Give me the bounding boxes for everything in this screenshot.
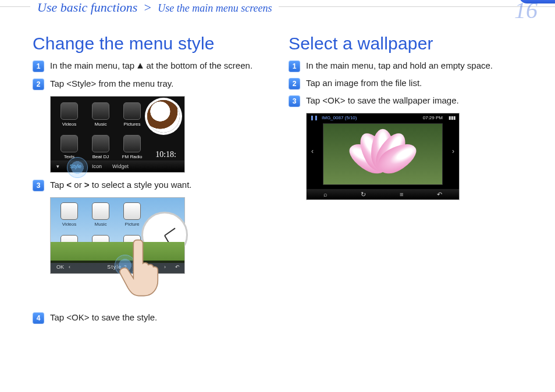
tap-highlight-icon <box>115 255 136 276</box>
app-beatdj: Beat DJ <box>89 135 112 159</box>
app-label: Music <box>95 222 107 227</box>
breadcrumb-sep: > <box>143 0 152 15</box>
step-badge: 2 <box>33 79 44 90</box>
step-badge: 1 <box>33 60 44 72</box>
section-title: Select a wallpaper <box>289 34 521 54</box>
app-label: Videos <box>62 122 76 127</box>
less-than-icon: < <box>66 180 72 190</box>
step-1: 1 In the main menu, tap at the bottom of… <box>33 59 265 73</box>
section-change-menu-style: Change the menu style 1 In the main menu… <box>33 31 265 329</box>
step-4: 4 Tap <OK> to save the style. <box>33 311 265 324</box>
triangle-up-icon <box>137 60 144 73</box>
search-icon: ⌕ <box>323 191 328 198</box>
step-text: In the main menu, tap and hold an empty … <box>306 59 493 72</box>
app-label: Beat DJ <box>92 154 109 159</box>
step-2: 2 Tap an image from the file list. <box>289 77 521 90</box>
breadcrumb-sub: Use the main menu screens <box>158 2 272 14</box>
back-icon: ↶ <box>437 191 442 198</box>
pause-icon: ❚❚ <box>310 115 318 120</box>
caret-down-icon: ▾ <box>56 163 59 169</box>
breadcrumb-main: Use basic functions <box>37 0 137 15</box>
battery-icon: ▮▮▮ <box>449 115 456 120</box>
step-2: 2 Tap <Style> from the menu tray. <box>33 77 265 90</box>
app-videos: Videos <box>58 102 81 127</box>
step-text: Tap < or > to select a style you want. <box>50 179 192 191</box>
app-label: Picture <box>125 222 140 227</box>
coffee-cup-graphic <box>147 100 180 133</box>
app-label: FM Radio <box>122 154 143 159</box>
step-1: 1 In the main menu, tap and hold an empt… <box>289 59 521 72</box>
step-badge: 3 <box>33 180 44 191</box>
svg-marker-0 <box>137 63 143 69</box>
file-label: IMG_0087 (5/10) <box>322 115 357 120</box>
step-text: Tap <OK> to save the style. <box>50 311 157 324</box>
tray-icon: Icon <box>92 163 102 169</box>
tap-highlight-icon <box>67 157 88 178</box>
figure-menu-tray: Videos Music Pictures Texts Beat DJ FM R… <box>50 96 185 173</box>
step-3: 3 Tap < or > to select a style you want. <box>33 179 265 191</box>
breadcrumb-bar: Use basic functions > Use the main menu … <box>0 0 555 23</box>
next-icon: › <box>164 264 166 270</box>
greater-than-icon: > <box>84 180 90 190</box>
step-3: 3 Tap <OK> to save the wallpaper image. <box>289 94 521 107</box>
breadcrumb: Use basic functions > Use the main menu … <box>30 0 279 15</box>
text: at the bottom of the screen. <box>146 60 252 70</box>
text: In the main menu, tap <box>50 60 137 70</box>
step-badge: 3 <box>289 95 300 107</box>
next-image-icon: › <box>452 147 454 155</box>
app-texts: Texts <box>58 135 81 159</box>
app-videos: Videos <box>58 202 81 227</box>
lotus-graphic <box>348 134 418 174</box>
app-picture: Picture <box>120 202 144 227</box>
text: Tap <box>50 180 66 190</box>
app-fmradio: FM Radio <box>120 135 144 159</box>
status-clock: 07:29 PM <box>423 115 443 120</box>
clock-text: 10:18: <box>155 150 176 159</box>
menu-icon: ≡ <box>400 191 403 198</box>
app-label: Videos <box>62 222 76 227</box>
prev-image-icon: ‹ <box>311 147 314 155</box>
viewer-toolbar: ⌕ ↻ ≡ ↶ <box>307 189 459 199</box>
wallpaper-image <box>323 123 443 185</box>
app-label: Music <box>95 122 107 127</box>
step-text: Tap <OK> to save the wallpaper image. <box>306 94 459 107</box>
step-text: Tap <Style> from the menu tray. <box>50 77 173 90</box>
step-badge: 1 <box>289 60 300 72</box>
step-badge: 4 <box>33 312 44 324</box>
tray-widget: Widget <box>112 163 129 169</box>
text: to select a style you want. <box>92 180 192 190</box>
app-pictures: Pictures <box>120 102 144 127</box>
text: or <box>74 180 84 190</box>
status-bar: ❚❚ IMG_0087 (5/10) 07:29 PM ▮▮▮ <box>307 113 459 122</box>
app-music: Music <box>89 202 112 227</box>
back-icon: ↶ <box>175 264 180 270</box>
step-text: In the main menu, tap at the bottom of t… <box>50 59 252 73</box>
page-number: 16 <box>514 0 538 24</box>
section-title: Change the menu style <box>33 34 265 54</box>
figure-wallpaper-viewer: ❚❚ IMG_0087 (5/10) 07:29 PM ▮▮▮ ‹ › <box>306 113 460 200</box>
app-label: Pictures <box>124 122 141 127</box>
figure-style-select: Videos Music Picture Texts Beat DJ FM Ra… <box>50 197 185 274</box>
ok-label: OK <box>56 264 64 270</box>
section-select-wallpaper: Select a wallpaper 1 In the main menu, t… <box>289 31 521 329</box>
app-music: Music <box>89 102 112 127</box>
step-badge: 2 <box>289 78 300 90</box>
prev-icon: ‹ <box>69 264 70 270</box>
refresh-icon: ↻ <box>361 191 366 198</box>
step-text: Tap an image from the file list. <box>306 77 422 90</box>
